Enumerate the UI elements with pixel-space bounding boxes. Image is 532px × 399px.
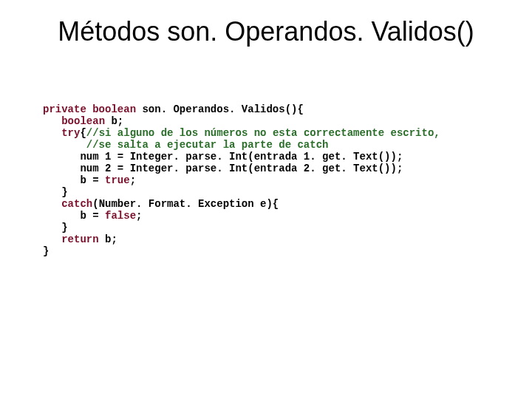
slide-title: Métodos son. Operandos. Validos() bbox=[0, 16, 532, 47]
code-text: (Number. Format. Exception e){ bbox=[92, 198, 279, 210]
code-text: b = bbox=[80, 174, 105, 186]
kw-true: true bbox=[105, 174, 130, 186]
kw-boolean: boolean bbox=[61, 115, 105, 127]
kw-try: try bbox=[61, 127, 80, 139]
kw-return: return bbox=[61, 233, 98, 245]
kw-false: false bbox=[105, 210, 136, 222]
kw-catch: catch bbox=[61, 198, 92, 210]
code-text: } bbox=[43, 245, 49, 257]
comment: //si alguno de los números no esta corre… bbox=[86, 127, 440, 139]
code-block: private boolean son. Operandos. Validos(… bbox=[43, 103, 517, 257]
comment: //se salta a ejecutar la parte de catch bbox=[86, 139, 329, 151]
kw-private: private bbox=[43, 103, 86, 115]
kw-boolean: boolean bbox=[92, 103, 136, 115]
code-text: b; bbox=[105, 115, 123, 127]
code-text: b; bbox=[99, 233, 117, 245]
code-text: son. Operandos. Validos(){ bbox=[136, 103, 304, 115]
code-text: ; bbox=[136, 210, 142, 222]
code-text: } bbox=[61, 222, 67, 233]
code-text: num 2 = Integer. parse. Int(entrada 2. g… bbox=[80, 163, 403, 174]
code-text: } bbox=[61, 186, 67, 198]
code-text: ; bbox=[130, 174, 136, 186]
code-text: b = bbox=[80, 210, 105, 222]
code-text: { bbox=[80, 127, 86, 139]
slide: Métodos son. Operandos. Validos() privat… bbox=[0, 0, 532, 399]
code-text: num 1 = Integer. parse. Int(entrada 1. g… bbox=[80, 151, 403, 163]
